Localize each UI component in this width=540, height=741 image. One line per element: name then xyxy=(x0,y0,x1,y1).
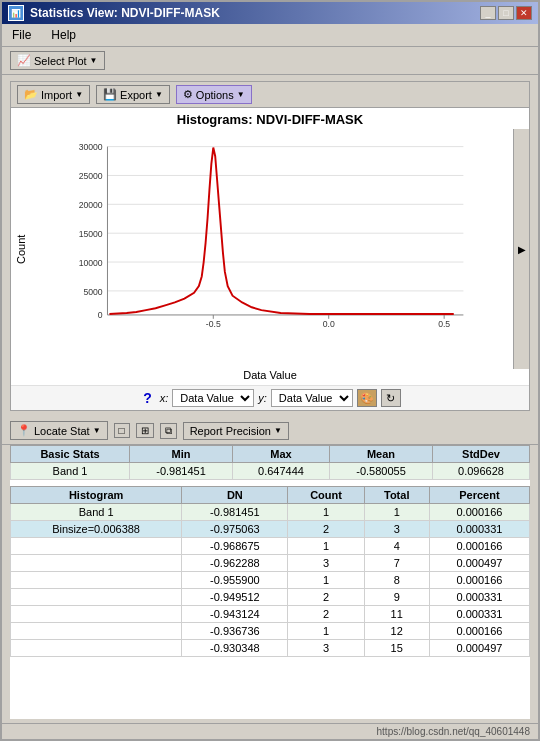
col-total: Total xyxy=(364,487,429,504)
x-axis-control-label: x: xyxy=(160,392,169,404)
table-row[interactable]: -0.962288 3 7 0.000497 xyxy=(11,555,530,572)
svg-text:10000: 10000 xyxy=(79,258,103,268)
plot-toolbar: 📂 Import ▼ 💾 Export ▼ ⚙ Options ▼ xyxy=(11,82,529,108)
x-axis-select[interactable]: Data Value xyxy=(172,389,254,407)
status-bar: https://blog.csdn.net/qq_40601448 xyxy=(2,723,538,739)
help-button[interactable]: ? xyxy=(139,390,156,406)
options-button[interactable]: ⚙ Options ▼ xyxy=(176,85,252,104)
stats-table: Basic Stats Min Max Mean StdDev Band 1 -… xyxy=(10,445,530,480)
col-max: Max xyxy=(233,446,330,463)
hist-row2-count: 1 xyxy=(288,538,364,555)
svg-text:25000: 25000 xyxy=(79,171,103,181)
hist-row6-count: 2 xyxy=(288,606,364,623)
minimize-button[interactable]: _ xyxy=(480,6,496,20)
stats-section: Basic Stats Min Max Mean StdDev Band 1 -… xyxy=(10,445,530,719)
select-plot-button[interactable]: 📈 Select Plot ▼ xyxy=(10,51,105,70)
color-button[interactable]: 🎨 xyxy=(357,389,377,407)
chart-scroll-right[interactable]: ▶ xyxy=(513,129,529,369)
maximize-button[interactable]: □ xyxy=(498,6,514,20)
refresh-button[interactable]: ↻ xyxy=(381,389,401,407)
y-axis-select[interactable]: Data Value xyxy=(271,389,353,407)
hist-row3-percent: 0.000497 xyxy=(429,555,529,572)
hist-row3-total: 7 xyxy=(364,555,429,572)
svg-text:0.0: 0.0 xyxy=(323,319,335,329)
stats-btn-2[interactable]: ⊞ xyxy=(136,423,154,438)
hist-row7-total: 12 xyxy=(364,623,429,640)
hist-row0-percent: 0.000166 xyxy=(429,504,529,521)
chart-title: Histograms: NDVI-DIFF-MASK xyxy=(11,108,529,129)
status-text: https://blog.csdn.net/qq_40601448 xyxy=(377,726,530,737)
svg-text:0.5: 0.5 xyxy=(438,319,450,329)
hist-row1-count: 2 xyxy=(288,521,364,538)
hist-row2-dn: -0.968675 xyxy=(182,538,288,555)
hist-row0-name: Band 1 xyxy=(11,504,182,521)
band1-mean: -0.580055 xyxy=(330,463,433,480)
col-count: Count xyxy=(288,487,364,504)
table-row[interactable]: -0.949512 2 9 0.000331 xyxy=(11,589,530,606)
y-axis-label: Count xyxy=(11,129,31,369)
col-mean: Mean xyxy=(330,446,433,463)
title-bar-left: 📊 Statistics View: NDVI-DIFF-MASK xyxy=(8,5,220,21)
menu-help[interactable]: Help xyxy=(45,26,82,44)
hist-row7-percent: 0.000166 xyxy=(429,623,529,640)
close-button[interactable]: ✕ xyxy=(516,6,532,20)
select-plot-toolbar: 📈 Select Plot ▼ xyxy=(2,47,538,75)
hist-row6-total: 11 xyxy=(364,606,429,623)
hist-row3-name xyxy=(11,555,182,572)
options-dropdown-arrow: ▼ xyxy=(237,90,245,99)
col-stddev: StdDev xyxy=(433,446,530,463)
select-plot-dropdown-arrow: ▼ xyxy=(90,56,98,65)
report-precision-button[interactable]: Report Precision ▼ xyxy=(183,422,289,440)
svg-text:5000: 5000 xyxy=(83,287,102,297)
hist-row5-percent: 0.000331 xyxy=(429,589,529,606)
table-row[interactable]: -0.955900 1 8 0.000166 xyxy=(11,572,530,589)
hist-row2-name xyxy=(11,538,182,555)
hist-row0-count: 1 xyxy=(288,504,364,521)
table-row[interactable]: Binsize=0.006388 -0.975063 2 3 0.000331 xyxy=(11,521,530,538)
title-controls: _ □ ✕ xyxy=(480,6,532,20)
table-row[interactable]: -0.943124 2 11 0.000331 xyxy=(11,606,530,623)
report-precision-dropdown-arrow: ▼ xyxy=(274,426,282,435)
col-histogram: Histogram xyxy=(11,487,182,504)
svg-text:15000: 15000 xyxy=(79,229,103,239)
hist-row0-dn: -0.981451 xyxy=(182,504,288,521)
hist-row8-count: 3 xyxy=(288,640,364,657)
hist-row5-count: 2 xyxy=(288,589,364,606)
menu-file[interactable]: File xyxy=(6,26,37,44)
hist-row1-total: 3 xyxy=(364,521,429,538)
hist-row6-name xyxy=(11,606,182,623)
band1-min: -0.981451 xyxy=(130,463,233,480)
window-icon: 📊 xyxy=(8,5,24,21)
hist-row4-dn: -0.955900 xyxy=(182,572,288,589)
chart-container: Count 30000 25000 20000 xyxy=(11,129,529,369)
hist-row4-total: 8 xyxy=(364,572,429,589)
table-row[interactable]: Band 1 -0.981451 0.647444 -0.580055 0.09… xyxy=(11,463,530,480)
hist-row6-percent: 0.000331 xyxy=(429,606,529,623)
hist-row5-name xyxy=(11,589,182,606)
export-button[interactable]: 💾 Export ▼ xyxy=(96,85,170,104)
select-plot-icon: 📈 xyxy=(17,54,31,67)
table-row[interactable]: -0.936736 1 12 0.000166 xyxy=(11,623,530,640)
histogram-table: Histogram DN Count Total Percent Band 1 … xyxy=(10,486,530,657)
hist-row4-percent: 0.000166 xyxy=(429,572,529,589)
import-button[interactable]: 📂 Import ▼ xyxy=(17,85,90,104)
hist-row6-dn: -0.943124 xyxy=(182,606,288,623)
menu-bar: File Help xyxy=(2,24,538,47)
table-row[interactable]: Band 1 -0.981451 1 1 0.000166 xyxy=(11,504,530,521)
svg-text:0: 0 xyxy=(98,310,103,320)
table-row[interactable]: -0.930348 3 15 0.000497 xyxy=(11,640,530,657)
stats-btn-3[interactable]: ⧉ xyxy=(160,423,177,439)
col-min: Min xyxy=(130,446,233,463)
hist-row1-name: Binsize=0.006388 xyxy=(11,521,182,538)
hist-row2-total: 4 xyxy=(364,538,429,555)
export-icon: 💾 xyxy=(103,88,117,101)
window-title: Statistics View: NDVI-DIFF-MASK xyxy=(30,6,220,20)
locate-stat-button[interactable]: 📍 Locate Stat ▼ xyxy=(10,421,108,440)
table-row[interactable]: -0.968675 1 4 0.000166 xyxy=(11,538,530,555)
stats-btn-1[interactable]: □ xyxy=(114,423,130,438)
hist-row1-percent: 0.000331 xyxy=(429,521,529,538)
col-percent: Percent xyxy=(429,487,529,504)
hist-row5-total: 9 xyxy=(364,589,429,606)
chart-inner: 30000 25000 20000 15000 10000 5000 0 -0.… xyxy=(31,129,513,369)
svg-text:-0.5: -0.5 xyxy=(206,319,221,329)
